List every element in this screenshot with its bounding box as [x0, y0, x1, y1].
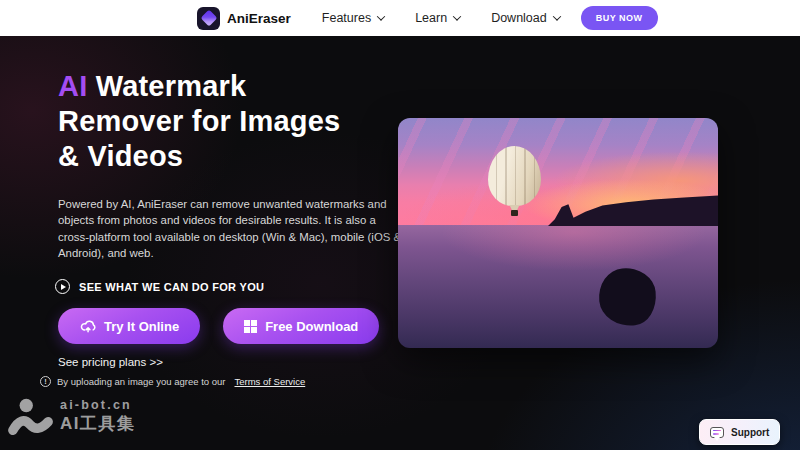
nav-item-label: Features	[322, 11, 371, 25]
nav-inner: AniEraser Features Learn Download BUY NO…	[0, 0, 800, 36]
watermark-name: AI工具集	[60, 412, 136, 435]
anieraser-landing-page: AniEraser Features Learn Download BUY NO…	[0, 0, 800, 450]
watermark-site: ai-bot.cn	[60, 398, 136, 412]
page-title: AI Watermark Remover for Images & Videos	[58, 69, 340, 174]
free-download-button[interactable]: Free Download	[223, 308, 379, 344]
brand-name: AniEraser	[227, 11, 291, 26]
play-icon	[55, 279, 70, 294]
watermark-text: ai-bot.cn AI工具集	[60, 398, 136, 435]
chat-tail	[714, 437, 720, 441]
title-line-3: & Videos	[58, 139, 340, 174]
chevron-down-icon	[453, 12, 461, 20]
terms-of-service-link[interactable]: Terms of Service	[234, 376, 305, 387]
windows-icon	[244, 320, 257, 333]
anieraser-logo-icon	[197, 7, 220, 30]
chevron-down-icon	[552, 12, 560, 20]
description-line: Android), and web.	[58, 245, 401, 261]
try-it-online-button[interactable]: Try It Online	[58, 308, 200, 344]
terms-text: By uploading an image you agree to our	[57, 376, 225, 387]
top-nav: AniEraser Features Learn Download BUY NO…	[0, 0, 800, 36]
hot-air-balloon-graphic	[488, 146, 541, 206]
brand[interactable]: AniEraser	[197, 7, 291, 30]
title-highlight: AI	[58, 70, 87, 102]
pricing-link[interactable]: See pricing plans >>	[58, 356, 163, 368]
support-button[interactable]: Support	[699, 419, 780, 445]
watermark: ai-bot.cn AI工具集	[8, 396, 136, 436]
hero-image	[398, 118, 718, 348]
support-label: Support	[731, 427, 769, 438]
hero-description: Powered by AI, AniEraser can remove unwa…	[58, 196, 401, 262]
description-line: cross-platform tool available on desktop…	[58, 229, 401, 245]
chevron-down-icon	[377, 12, 385, 20]
cloud-upload-icon	[79, 318, 96, 335]
chat-icon	[710, 427, 724, 438]
sea-graphic	[398, 225, 718, 348]
nav-item-learn[interactable]: Learn	[415, 11, 460, 25]
video-cta-label: SEE WHAT WE CAN DO FOR YOU	[79, 281, 264, 293]
title-line-2: Remover for Images	[58, 104, 340, 139]
button-label: Try It Online	[104, 319, 179, 334]
nav-item-label: Download	[491, 11, 547, 25]
nav-item-download[interactable]: Download	[491, 11, 560, 25]
nav-item-features[interactable]: Features	[322, 11, 384, 25]
title-line-1: AI Watermark	[58, 69, 340, 104]
hero-section: AI Watermark Remover for Images & Videos…	[0, 36, 800, 450]
description-line: Powered by AI, AniEraser can remove unwa…	[58, 196, 401, 212]
info-icon: !	[40, 376, 51, 387]
description-line: objects from photos and videos for desir…	[58, 212, 401, 228]
buy-now-button[interactable]: BUY NOW	[581, 6, 658, 30]
video-cta[interactable]: SEE WHAT WE CAN DO FOR YOU	[55, 279, 264, 294]
terms-note: ! By uploading an image you agree to our…	[40, 376, 305, 387]
nav-item-label: Learn	[415, 11, 447, 25]
ai-bot-logo-icon	[8, 396, 54, 436]
cta-row: Try It Online Free Download	[58, 308, 379, 344]
button-label: Free Download	[265, 319, 358, 334]
eraser-gem-icon	[200, 10, 217, 27]
